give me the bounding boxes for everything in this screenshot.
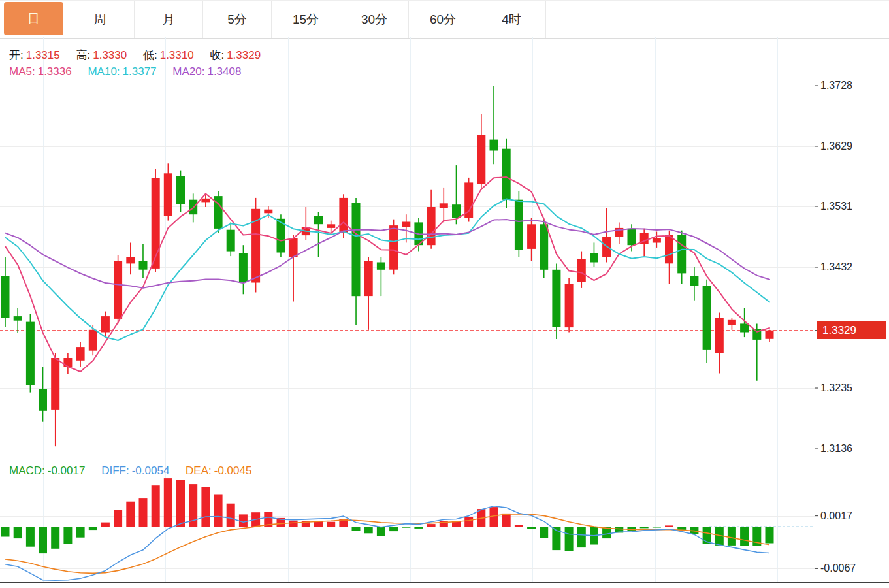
macd-value: -0.0017 [48,465,86,477]
macd-axis-label: -0.0067 [820,562,886,575]
ma10-value: 1.3377 [123,65,157,78]
open-value: 1.3315 [26,49,60,61]
dea-label: DEA: [186,465,212,477]
price-axis-label: 1.3531 [820,200,886,213]
low-value: 1.3310 [160,49,194,61]
dea-value: -0.0045 [214,465,252,477]
low-label: 低: [143,49,157,61]
close-value: 1.3329 [227,49,261,61]
ma20-value: 1.3408 [207,65,241,78]
price-axis-label: 1.3235 [820,382,886,395]
diff-label: DIFF: [101,465,129,477]
macd-header: MACD:-0.0017 DIFF:-0.0054 DEA:-0.0045 [9,465,254,478]
open-label: 开: [9,49,24,61]
ma20-label: MA20: [172,65,204,78]
macd-label: MACD: [9,465,45,477]
price-axis-label: 1.3432 [820,261,886,274]
ohlc-header: 开:1.3315 高:1.3330 低:1.3310 收:1.3329 [9,48,263,63]
trading-chart-window: 日 周 月 5分 15分 30分 60分 4时 开:1.3315 高:1.333… [0,0,889,588]
high-value: 1.3330 [93,49,127,61]
price-axis-label: 1.3136 [820,442,886,455]
candlestick-macd-chart [0,0,889,588]
diff-value: -0.0054 [132,465,170,477]
close-label: 收: [210,49,224,61]
ma5-label: MA5: [9,65,35,78]
macd-axis-label: 0.0017 [820,510,886,523]
price-axis-label: 1.3728 [820,79,886,92]
ma10-label: MA10: [88,65,120,78]
current-price-badge: 1.3329 [817,321,886,339]
ma5-value: 1.3336 [38,65,72,78]
ma-header: MA5:1.3336 MA10:1.3377 MA20:1.3408 [9,65,244,78]
high-label: 高: [76,49,90,61]
price-axis-label: 1.3629 [820,140,886,153]
